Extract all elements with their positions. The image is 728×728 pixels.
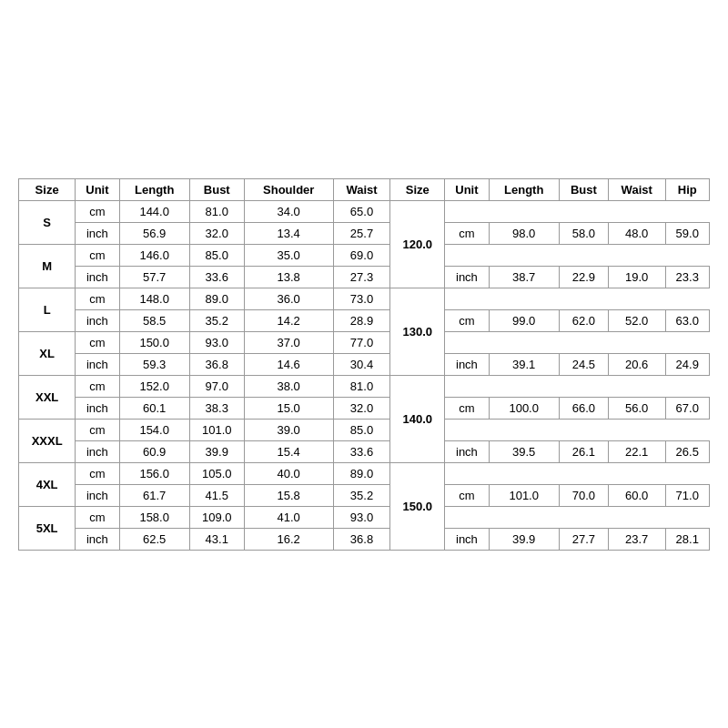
- header-bust-left: Bust: [189, 178, 244, 200]
- left-length-cell: 150.0: [119, 331, 189, 353]
- right-waist-cell: 48.0: [608, 222, 665, 244]
- left-unit-cell: cm: [76, 462, 119, 484]
- left-unit-cell: inch: [76, 440, 119, 462]
- left-length-cell: 56.9: [119, 222, 189, 244]
- left-shoulder-cell: 15.8: [244, 484, 333, 506]
- header-length-right: Length: [489, 178, 559, 200]
- left-unit-cell: inch: [76, 266, 119, 288]
- right-unit-cell: cm: [445, 222, 489, 244]
- left-size-cell: L: [19, 288, 76, 331]
- right-bust-cell: 66.0: [559, 397, 608, 419]
- left-bust-cell: 89.0: [189, 288, 244, 309]
- left-shoulder-cell: 39.0: [244, 419, 333, 440]
- left-bust-cell: 97.0: [189, 375, 244, 397]
- right-unit-cell: inch: [445, 440, 489, 462]
- left-waist-cell: 69.0: [333, 244, 390, 266]
- right-size-cell: 120.0: [390, 200, 445, 288]
- left-size-cell: 5XL: [19, 506, 76, 550]
- left-bust-cell: 101.0: [189, 419, 244, 440]
- left-size-cell: XL: [19, 331, 76, 375]
- left-unit-cell: cm: [76, 244, 119, 266]
- left-length-cell: 61.7: [119, 484, 189, 506]
- left-waist-cell: 85.0: [333, 419, 390, 440]
- left-waist-cell: 30.4: [333, 353, 390, 375]
- right-hip-cell: 24.9: [665, 353, 709, 375]
- left-shoulder-cell: 14.6: [244, 353, 333, 375]
- left-waist-cell: 89.0: [333, 462, 390, 484]
- left-length-cell: 152.0: [119, 375, 189, 397]
- left-unit-cell: cm: [76, 375, 119, 397]
- header-waist-left: Waist: [333, 178, 390, 200]
- left-waist-cell: 77.0: [333, 331, 390, 353]
- right-length-cell: 99.0: [489, 309, 559, 331]
- right-waist-cell: 52.0: [608, 309, 665, 331]
- right-waist-cell: 22.1: [608, 440, 665, 462]
- left-unit-cell: inch: [76, 484, 119, 506]
- left-length-cell: 60.9: [119, 440, 189, 462]
- right-hip-cell: 59.0: [665, 222, 709, 244]
- left-bust-cell: 105.0: [189, 462, 244, 484]
- left-unit-cell: inch: [76, 397, 119, 419]
- header-waist-right: Waist: [608, 178, 665, 200]
- right-waist-cell: 19.0: [608, 266, 665, 288]
- right-size-cell: 130.0: [390, 288, 445, 375]
- left-bust-cell: 39.9: [189, 440, 244, 462]
- right-waist-cell: 23.7: [608, 528, 665, 550]
- right-length-cell: 100.0: [489, 397, 559, 419]
- left-unit-cell: inch: [76, 309, 119, 331]
- left-unit-cell: cm: [76, 419, 119, 440]
- left-shoulder-cell: 37.0: [244, 331, 333, 353]
- header-shoulder-left: Shoulder: [244, 178, 333, 200]
- size-chart-table: Size Unit Length Bust Shoulder Waist Siz…: [18, 178, 710, 551]
- left-shoulder-cell: 35.0: [244, 244, 333, 266]
- right-bust-cell: 27.7: [559, 528, 608, 550]
- left-waist-cell: 73.0: [333, 288, 390, 309]
- left-waist-cell: 93.0: [333, 506, 390, 528]
- left-bust-cell: 32.0: [189, 222, 244, 244]
- left-shoulder-cell: 14.2: [244, 309, 333, 331]
- left-length-cell: 156.0: [119, 462, 189, 484]
- left-shoulder-cell: 34.0: [244, 200, 333, 222]
- left-size-cell: XXXL: [19, 419, 76, 462]
- left-shoulder-cell: 13.4: [244, 222, 333, 244]
- left-size-cell: S: [19, 200, 76, 244]
- header-bust-right: Bust: [559, 178, 608, 200]
- right-hip-cell: 23.3: [665, 266, 709, 288]
- left-waist-cell: 27.3: [333, 266, 390, 288]
- left-unit-cell: inch: [76, 528, 119, 550]
- right-bust-cell: 26.1: [559, 440, 608, 462]
- right-waist-cell: 60.0: [608, 484, 665, 506]
- left-unit-cell: cm: [76, 506, 119, 528]
- left-bust-cell: 35.2: [189, 309, 244, 331]
- left-length-cell: 58.5: [119, 309, 189, 331]
- left-bust-cell: 109.0: [189, 506, 244, 528]
- left-waist-cell: 35.2: [333, 484, 390, 506]
- right-hip-cell: 26.5: [665, 440, 709, 462]
- left-length-cell: 60.1: [119, 397, 189, 419]
- right-unit-cell: cm: [445, 309, 489, 331]
- right-length-cell: 98.0: [489, 222, 559, 244]
- right-unit-cell: inch: [445, 266, 489, 288]
- left-waist-cell: 36.8: [333, 528, 390, 550]
- header-length-left: Length: [119, 178, 189, 200]
- left-length-cell: 148.0: [119, 288, 189, 309]
- left-shoulder-cell: 40.0: [244, 462, 333, 484]
- right-hip-cell: 71.0: [665, 484, 709, 506]
- header-unit-left: Unit: [76, 178, 119, 200]
- right-size-cell: 150.0: [390, 462, 445, 550]
- right-length-cell: 38.7: [489, 266, 559, 288]
- left-unit-cell: cm: [76, 331, 119, 353]
- table-container: Size Unit Length Bust Shoulder Waist Siz…: [0, 160, 728, 569]
- right-bust-cell: 58.0: [559, 222, 608, 244]
- left-unit-cell: cm: [76, 200, 119, 222]
- right-hip-cell: 28.1: [665, 528, 709, 550]
- left-length-cell: 154.0: [119, 419, 189, 440]
- left-unit-cell: cm: [76, 288, 119, 309]
- left-waist-cell: 25.7: [333, 222, 390, 244]
- left-waist-cell: 28.9: [333, 309, 390, 331]
- left-bust-cell: 85.0: [189, 244, 244, 266]
- right-unit-cell: inch: [445, 353, 489, 375]
- left-bust-cell: 93.0: [189, 331, 244, 353]
- right-length-cell: 39.1: [489, 353, 559, 375]
- left-waist-cell: 81.0: [333, 375, 390, 397]
